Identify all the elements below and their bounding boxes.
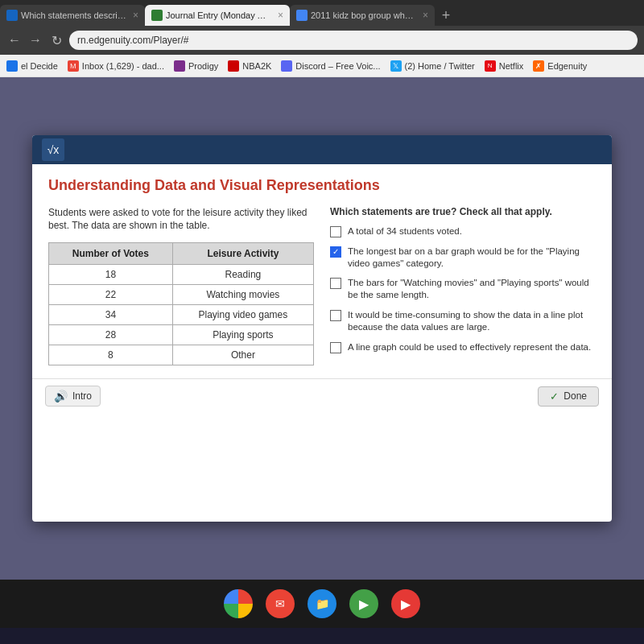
tab-2-icon [151, 10, 163, 21]
tab-3-label: 2011 kidz bop group where are t... [311, 10, 416, 20]
bookmark-el-decide-label: el Decide [21, 61, 58, 71]
files-icon: 📁 [316, 597, 329, 610]
taskbar-chrome[interactable] [224, 589, 253, 618]
bookmark-edgenuity-label: Edgenuity [547, 61, 587, 71]
intro-text: Students were asked to vote for the leis… [48, 206, 314, 233]
bookmark-inbox[interactable]: M Inbox (1,629) - dad... [68, 60, 164, 72]
table-header-votes: Number of Votes [49, 243, 173, 265]
refresh-button[interactable]: ↻ [48, 33, 64, 48]
content-area: √x Understanding Data and Visual Represe… [0, 77, 644, 580]
checkbox-box-cb1[interactable] [330, 226, 341, 237]
table-cell-activity: Other [172, 345, 313, 365]
bookmark-twitter-icon: 𝕏 [390, 60, 402, 72]
checkmark-icon: ✓ [550, 390, 559, 402]
bookmark-netflix-label: Netflix [499, 61, 524, 71]
intro-button[interactable]: 🔊 Intro [45, 386, 101, 407]
table-row: 8Other [49, 345, 314, 365]
bookmark-inbox-icon: M [68, 60, 79, 72]
back-button[interactable]: ← [6, 33, 23, 47]
bookmark-discord-icon [281, 60, 292, 72]
bookmark-inbox-label: Inbox (1,629) - dad... [82, 61, 164, 71]
checkmark-cb2: ✓ [332, 248, 339, 256]
tab-3[interactable]: 2011 kidz bop group where are t... × [290, 5, 435, 26]
player-bottom-bar: 🔊 Intro ✓ Done [32, 378, 612, 413]
bookmark-edgenuity-icon: ✗ [533, 60, 544, 72]
speaker-icon: 🔊 [54, 390, 68, 402]
checkbox-label-cb4: It would be time-consuming to show the d… [348, 309, 596, 333]
checkbox-label-cb5: A line graph could be used to effectivel… [348, 341, 591, 353]
address-bar: ← → ↻ rn.edgenuity.com/Player/# [0, 26, 644, 55]
table-cell-votes: 18 [49, 265, 173, 285]
question-label: Which statements are true? Check all tha… [330, 206, 596, 217]
table-cell-activity: Playing sports [172, 325, 313, 345]
tab-1-close[interactable]: × [133, 10, 138, 21]
data-table: Number of Votes Leisure Activity 18Readi… [48, 242, 314, 365]
bookmark-nba2k-icon [228, 60, 239, 72]
table-cell-activity: Reading [172, 265, 313, 285]
player-container: √x Understanding Data and Visual Represe… [32, 135, 612, 522]
table-row: 22Watching movies [49, 285, 314, 305]
bookmark-nba2k-label: NBA2K [242, 61, 271, 71]
play1-icon: ▶ [359, 597, 369, 612]
lesson-columns: Students were asked to vote for the leis… [48, 206, 596, 366]
checkbox-item-cb2[interactable]: ✓The longest bar on a bar graph would be… [330, 246, 596, 270]
new-tab-button[interactable]: + [435, 5, 457, 26]
checkbox-item-cb4[interactable]: It would be time-consuming to show the d… [330, 309, 596, 333]
bookmark-prodigy-icon [174, 60, 185, 72]
checkbox-label-cb2: The longest bar on a bar graph would be … [348, 246, 596, 270]
taskbar-gmail[interactable]: ✉ [266, 589, 295, 618]
checkbox-box-cb3[interactable] [330, 278, 341, 289]
bookmarks-bar: el Decide M Inbox (1,629) - dad... Prodi… [0, 55, 644, 77]
done-button-label: Done [564, 390, 587, 402]
bookmark-twitter-label: (2) Home / Twitter [405, 61, 475, 71]
checkbox-box-cb5[interactable] [330, 342, 341, 353]
checkbox-box-cb4[interactable] [330, 310, 341, 321]
done-button[interactable]: ✓ Done [538, 386, 599, 407]
bookmark-prodigy-label: Prodigy [188, 61, 218, 71]
table-cell-activity: Watching movies [172, 285, 313, 305]
checkbox-item-cb5[interactable]: A line graph could be used to effectivel… [330, 341, 596, 353]
taskbar-files[interactable]: 📁 [308, 589, 336, 618]
table-cell-votes: 22 [49, 285, 173, 305]
bookmark-discord[interactable]: Discord – Free Voic... [281, 60, 380, 72]
tab-2[interactable]: Journal Entry (Monday April 6) × [145, 5, 290, 26]
bookmark-edgenuity[interactable]: ✗ Edgenuity [533, 60, 587, 72]
table-row: 18Reading [49, 265, 314, 285]
taskbar-play2[interactable]: ▶ [391, 589, 420, 618]
taskbar-play1[interactable]: ▶ [349, 589, 378, 618]
checkbox-box-cb2[interactable]: ✓ [330, 246, 341, 258]
bookmark-el-decide[interactable]: el Decide [6, 60, 58, 72]
player-header-strip: √x [32, 135, 612, 164]
lesson-title: Understanding Data and Visual Representa… [48, 177, 596, 195]
table-row: 28Playing sports [49, 325, 314, 345]
table-cell-votes: 8 [49, 345, 173, 365]
checkbox-item-cb1[interactable]: A total of 34 students voted. [330, 225, 596, 237]
bookmark-el-decide-icon [6, 60, 18, 72]
bookmark-netflix[interactable]: N Netflix [485, 60, 524, 72]
forward-button[interactable]: → [27, 33, 43, 47]
url-text: rn.edgenuity.com/Player/# [77, 35, 189, 46]
tab-1[interactable]: Which statements describe a m... × [0, 5, 145, 26]
bookmark-prodigy[interactable]: Prodigy [174, 60, 218, 72]
lesson-body: Understanding Data and Visual Representa… [32, 164, 612, 378]
tab-3-icon [296, 10, 308, 21]
table-header-activity: Leisure Activity [172, 243, 313, 265]
bookmark-discord-label: Discord – Free Voic... [295, 61, 380, 71]
checkbox-item-cb3[interactable]: The bars for "Watching movies" and "Play… [330, 277, 596, 301]
tab-2-close[interactable]: × [278, 10, 283, 21]
table-cell-votes: 34 [49, 305, 173, 325]
table-cell-activity: Playing video games [172, 305, 313, 325]
checkbox-label-cb3: The bars for "Watching movies" and "Play… [348, 277, 596, 301]
tab-2-label: Journal Entry (Monday April 6) [166, 10, 271, 20]
left-column: Students were asked to vote for the leis… [48, 206, 314, 366]
url-bar[interactable]: rn.edgenuity.com/Player/# [69, 31, 638, 50]
tab-1-label: Which statements describe a m... [21, 10, 126, 20]
right-column: Which statements are true? Check all tha… [330, 206, 596, 366]
bookmark-nba2k[interactable]: NBA2K [228, 60, 271, 72]
intro-button-label: Intro [72, 390, 92, 402]
checkboxes-container: A total of 34 students voted.✓The longes… [330, 225, 596, 354]
tab-1-icon [6, 10, 18, 21]
tab-3-close[interactable]: × [423, 10, 428, 21]
bookmark-twitter[interactable]: 𝕏 (2) Home / Twitter [390, 60, 475, 72]
bookmark-netflix-icon: N [485, 60, 496, 72]
